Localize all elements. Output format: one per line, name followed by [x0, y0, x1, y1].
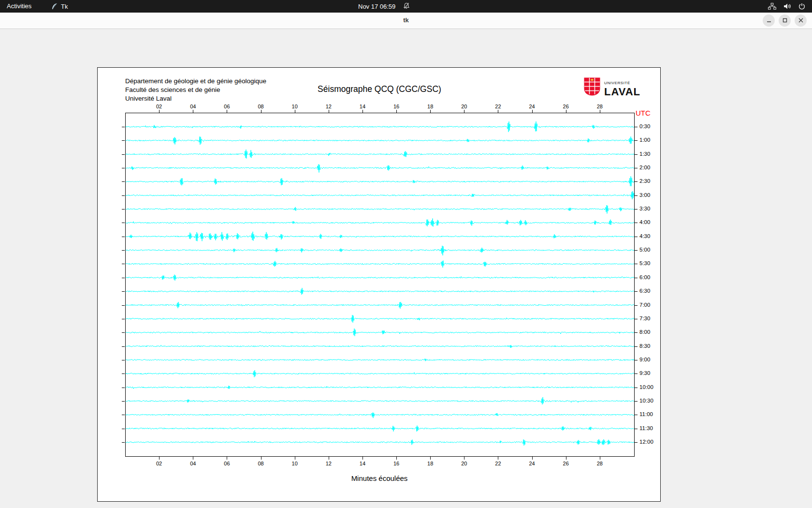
utc-row-label: 0:30 [639, 123, 650, 129]
x-tick-mark-top [430, 110, 431, 113]
universite-laval-logo: UNIVERSITÉ LAVAL [584, 77, 640, 98]
window-titlebar[interactable]: tk [0, 13, 812, 29]
x-tick-mark-top [396, 110, 397, 113]
maximize-button[interactable] [779, 15, 791, 27]
utc-row-label: 12:00 [639, 439, 653, 445]
x-tick-label-top: 02 [156, 104, 162, 109]
row-tick-right [635, 360, 638, 360]
row-tick-left [122, 291, 125, 292]
minimize-button[interactable] [763, 15, 775, 27]
x-tick-label-top: 22 [495, 104, 501, 109]
system-status-icons[interactable] [768, 0, 805, 13]
x-tick-label-bottom: 22 [495, 461, 501, 466]
row-tick-left [122, 415, 125, 415]
x-tick-mark-top [227, 110, 227, 113]
row-tick-right [635, 237, 638, 237]
row-tick-left [122, 154, 125, 155]
activities-button[interactable]: Activities [7, 0, 31, 13]
x-tick-label-top: 18 [427, 104, 433, 109]
row-tick-left [122, 181, 125, 182]
utc-row-label: 9:00 [639, 357, 650, 362]
x-tick-mark-bottom [600, 457, 600, 460]
app-indicator[interactable]: Tk [51, 0, 68, 13]
utc-row-label: 1:00 [639, 137, 650, 143]
utc-row-label: 9:30 [639, 370, 650, 376]
x-tick-mark-top [600, 110, 600, 113]
utc-row-label: 3:30 [639, 206, 650, 211]
row-tick-left [122, 360, 125, 360]
x-tick-label-top: 20 [461, 104, 467, 109]
top-bar: Activities Tk Nov 17 06:59 [0, 0, 812, 13]
x-tick-mark-bottom [295, 457, 295, 460]
x-tick-mark-bottom [362, 457, 363, 460]
row-tick-left [122, 168, 125, 168]
row-tick-left [122, 264, 125, 264]
x-tick-mark-top [464, 110, 464, 113]
row-tick-right [635, 319, 638, 319]
x-tick-mark-bottom [261, 457, 261, 460]
row-tick-right [635, 415, 638, 415]
row-tick-right [635, 388, 638, 388]
logo-line-1: UNIVERSITÉ [604, 81, 640, 85]
power-icon [798, 3, 805, 10]
utc-row-label: 11:00 [639, 411, 653, 417]
row-tick-right [635, 346, 638, 347]
utc-row-label: 4:00 [639, 219, 650, 225]
row-tick-right [635, 332, 638, 333]
x-tick-mark-bottom [498, 457, 498, 460]
row-tick-left [122, 319, 125, 319]
tk-feather-icon [51, 3, 58, 10]
utc-row-label: 2:30 [639, 178, 650, 184]
x-tick-label-bottom: 04 [190, 461, 196, 466]
x-tick-mark-top [532, 110, 533, 113]
row-tick-left [122, 140, 125, 141]
utc-row-label: 7:30 [639, 315, 650, 321]
x-tick-label-top: 24 [529, 104, 535, 109]
seismogram-plot-frame [125, 113, 635, 457]
x-tick-label-top: 16 [393, 104, 399, 109]
utc-row-label: 4:30 [639, 233, 650, 239]
row-tick-right [635, 250, 638, 251]
x-tick-mark-bottom [159, 457, 160, 460]
row-tick-right [635, 195, 638, 196]
app-indicator-label: Tk [61, 3, 68, 10]
x-tick-mark-top [261, 110, 261, 113]
row-tick-left [122, 250, 125, 251]
window-content: Département de géologie et de génie géol… [0, 29, 812, 508]
x-tick-mark-top [362, 110, 363, 113]
seismogram-traces-canvas [126, 113, 634, 456]
row-tick-left [122, 278, 125, 278]
x-tick-label-bottom: 20 [461, 461, 467, 466]
x-tick-label-top: 14 [360, 104, 365, 109]
x-tick-mark-bottom [430, 457, 431, 460]
x-tick-mark-top [295, 110, 295, 113]
x-tick-label-bottom: 18 [427, 461, 433, 466]
x-tick-mark-bottom [193, 457, 193, 460]
window-title: tk [0, 16, 812, 24]
x-tick-label-bottom: 24 [529, 461, 535, 466]
clock-group: Nov 17 06:59 [358, 0, 410, 13]
seismograph-card: Département de géologie et de génie géol… [97, 67, 661, 502]
row-tick-right [635, 181, 638, 182]
x-tick-label-top: 26 [563, 104, 569, 109]
close-button[interactable] [795, 15, 807, 27]
x-tick-mark-bottom [464, 457, 464, 460]
utc-row-label: 8:30 [639, 343, 650, 349]
clock-button[interactable]: Nov 17 06:59 [358, 3, 395, 10]
x-tick-label-bottom: 14 [360, 461, 365, 466]
row-tick-left [122, 223, 125, 223]
x-tick-label-bottom: 08 [258, 461, 263, 466]
window-controls [763, 15, 807, 27]
utc-axis-label: UTC [636, 109, 651, 117]
row-tick-right [635, 374, 638, 374]
row-tick-right [635, 429, 638, 429]
x-tick-label-bottom: 12 [326, 461, 332, 466]
logo-line-2: LAVAL [604, 86, 640, 98]
minimize-icon [767, 17, 771, 24]
row-tick-right [635, 291, 638, 292]
x-tick-mark-bottom [566, 457, 566, 460]
x-tick-label-top: 08 [258, 104, 263, 109]
laval-wordmark: UNIVERSITÉ LAVAL [604, 77, 640, 98]
utc-row-label: 6:30 [639, 288, 650, 294]
x-tick-label-bottom: 26 [563, 461, 569, 466]
